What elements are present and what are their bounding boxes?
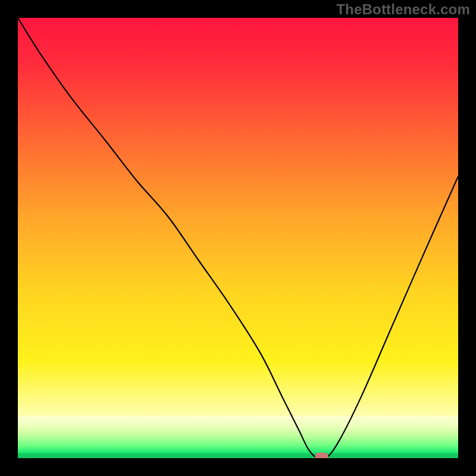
watermark-text: TheBottleneck.com (336, 1, 470, 18)
bottom-band (18, 416, 458, 453)
baseline-strip (18, 453, 458, 458)
optimum-marker (315, 453, 328, 458)
chart-frame: TheBottleneck.com (0, 0, 476, 476)
plot-area (18, 18, 458, 458)
gradient-background (18, 18, 458, 458)
